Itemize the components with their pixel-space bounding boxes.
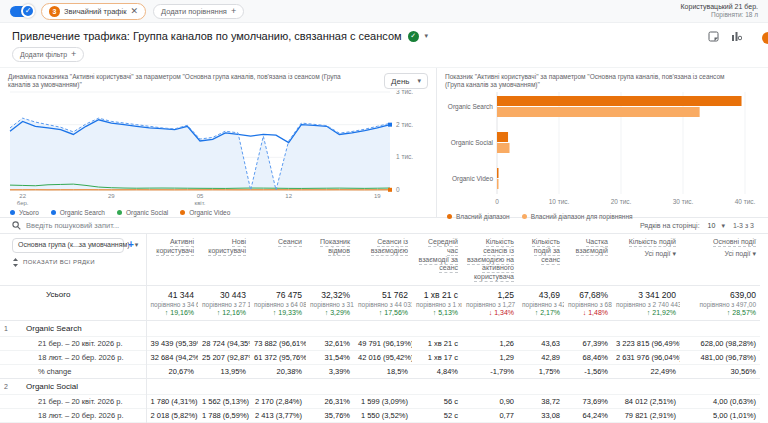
metric-cell [680, 320, 760, 336]
dimension-value-cell[interactable]: 2Organic Social [0, 378, 146, 394]
dimension-dropdown[interactable]: Основна група (к...за умовчанням) ▾ [12, 238, 124, 253]
metric-cell [612, 378, 680, 394]
table-search[interactable] [12, 221, 206, 230]
last-point-marker-total [388, 123, 392, 127]
segment-count-badge: 3 [49, 6, 60, 17]
event-filter-dropdown[interactable]: Усі події ▾ [684, 250, 756, 259]
metric-cell: 84 012 (2,51%) [612, 394, 680, 408]
period-label-cell: 18 лют. – 20 бер. 2026 р. [0, 350, 146, 364]
column-header[interactable]: Сеанси [250, 234, 306, 285]
category-label: Organic Search [448, 103, 494, 111]
period-label-cell: 18 лют. – 20 бер. 2026 р. [0, 408, 146, 422]
metric-cell: 67,68%порівняно з 68,71%↓ 1,48% [564, 285, 612, 320]
line-chart-plot[interactable]: 3 тис.2 тис.1 тис.022бер.2905квіт.1219 [8, 90, 427, 206]
add-filter-button[interactable]: Додати фільтр + [12, 47, 84, 62]
bar-current [497, 96, 742, 106]
legend-item[interactable]: Organic Video [180, 209, 230, 216]
column-header[interactable]: Середній час взаємодії за сеанс [412, 234, 462, 285]
bar-chart-legend: Власний діапазонВласний діапазон для пор… [445, 212, 760, 221]
remove-segment-icon[interactable]: ✕ [130, 7, 138, 16]
metric-cell: 2 413 (3,77%) [250, 408, 306, 422]
metric-cell [250, 378, 306, 394]
metric-cell: 1 562 (5,13%) [198, 394, 250, 408]
segment-chip[interactable]: 3 Звичайний трафік ✕ [41, 3, 146, 20]
plus-icon: + [231, 7, 236, 16]
x-tick-label: 19 [374, 193, 381, 199]
data-quality-check-icon[interactable]: ✓ [408, 31, 419, 42]
segment-toggle[interactable]: ✓ [10, 6, 34, 17]
column-header[interactable]: Частка взаємодій [564, 234, 612, 285]
metric-cell: 1 550 (3,52%) [354, 408, 412, 422]
granularity-dropdown[interactable]: День ▾ [384, 73, 428, 89]
event-filter-dropdown[interactable]: Усі події ▾ [616, 250, 676, 259]
add-comparison-button[interactable]: Додати порівняння + [153, 4, 244, 19]
legend-item[interactable]: Усього [10, 209, 39, 216]
metric-cell [462, 378, 518, 394]
column-header[interactable]: Кількість подійУсі події ▾ [612, 234, 680, 285]
y-tick-label: 0 [396, 186, 400, 193]
search-input[interactable] [26, 221, 206, 230]
add-filter-label: Додати фільтр [20, 51, 67, 58]
show-all-rows-button[interactable]: ПОКАЗАТИ ВСІ РЯДКИ [12, 258, 142, 267]
percent-change-label-cell: % change [0, 364, 146, 378]
page-title: Привлечение трафика: Группа каналов по у… [12, 30, 402, 42]
metric-cell: 51 762порівняно з 44 031↑ 17,56% [354, 285, 412, 320]
insights-icon[interactable] [731, 31, 742, 42]
column-header[interactable]: Кількість подій за сеанс [518, 234, 564, 285]
plus-icon: + [71, 50, 76, 59]
category-label: Organic Social [451, 139, 494, 147]
metric-cell [354, 378, 412, 394]
metric-cell: 42 016 (95,42%) [354, 350, 412, 364]
metric-cell [354, 320, 412, 336]
metric-cell: 3 341 200порівняно з 2 740 443↑ 21,92% [612, 285, 680, 320]
metric-cell: 33,08 [518, 408, 564, 422]
add-dimension-button[interactable]: + [128, 239, 134, 250]
legend-item[interactable]: Organic Social [117, 209, 168, 216]
metric-cell: 1 хв 21 спорівняно з 1 хв 17 с↑ 5,13% [412, 285, 462, 320]
chevron-down-icon[interactable]: ▾ [425, 32, 429, 40]
metric-cell [518, 378, 564, 394]
bar-chart-plot[interactable]: 010 тис.20 тис.30 тис.40 тис.Organic Sea… [445, 90, 757, 210]
y-tick-label: 1 тис. [396, 153, 413, 160]
metric-cell: 30 443порівняно з 27 142↑ 12,16% [198, 285, 250, 320]
column-header[interactable]: Основні подіїУсі події ▾ [680, 234, 760, 285]
metric-cell: 67,39% [564, 336, 612, 350]
metric-cell: 13,95% [198, 364, 250, 378]
date-range-selector[interactable]: Користувацький 21 бер. Порівняти: 18 л [681, 3, 758, 20]
metric-cell: 31,54% [306, 350, 354, 364]
rows-per-page-dropdown[interactable]: 10 ▾ [708, 222, 725, 230]
metric-cell: 1 хв 17 с [412, 350, 462, 364]
table-row: Усього41 344порівняно з 34 697↑ 19,16%30… [0, 285, 760, 320]
metric-cell: 43,63 [518, 336, 564, 350]
metric-cell [198, 320, 250, 336]
legend-item[interactable]: Organic Search [51, 209, 105, 216]
column-header[interactable]: Активні користувачі [146, 234, 198, 285]
metric-cell [612, 320, 680, 336]
metric-cell: 1 780 (4,31%) [146, 394, 198, 408]
metric-cell: 639,00порівняно з 497,00↑ 28,57% [680, 285, 760, 320]
metric-cell: 49 791 (96,19%) [354, 336, 412, 350]
metric-cell [462, 320, 518, 336]
column-header[interactable]: Нові користувачі [198, 234, 250, 285]
metric-cell: 3,39% [306, 364, 354, 378]
metric-cell: 32,61% [306, 336, 354, 350]
legend-item[interactable]: Власний діапазон для порівняння [522, 213, 633, 220]
table-row: 21 бер. – 20 квіт. 2026 р.1 780 (4,31%)1… [0, 394, 760, 408]
bar-current [497, 168, 499, 178]
notes-icon[interactable] [708, 31, 719, 42]
table-row: 1Organic Search [0, 320, 760, 336]
metric-cell: 56 с [412, 394, 462, 408]
legend-dot [447, 214, 452, 219]
period-label-cell: 21 бер. – 20 квіт. 2026 р. [0, 394, 146, 408]
report-header: Привлечение трафика: Группа каналов по у… [0, 23, 768, 44]
legend-item[interactable]: Власний діапазон [447, 213, 510, 220]
metric-cell [564, 320, 612, 336]
metric-cell: 79 821 (2,91%) [612, 408, 680, 422]
insights-badge[interactable] [762, 32, 768, 44]
dimension-value-cell[interactable]: 1Organic Search [0, 320, 146, 336]
line-chart-title: Динаміка показника "Активні користувачі"… [8, 73, 348, 90]
column-header[interactable]: Кількість сеансів із взаємодією на актив… [462, 234, 518, 285]
column-header[interactable]: Сеанси із взаємодією [354, 234, 412, 285]
column-header[interactable]: Показник відмов [306, 234, 354, 285]
metric-cell: 20,67% [146, 364, 198, 378]
